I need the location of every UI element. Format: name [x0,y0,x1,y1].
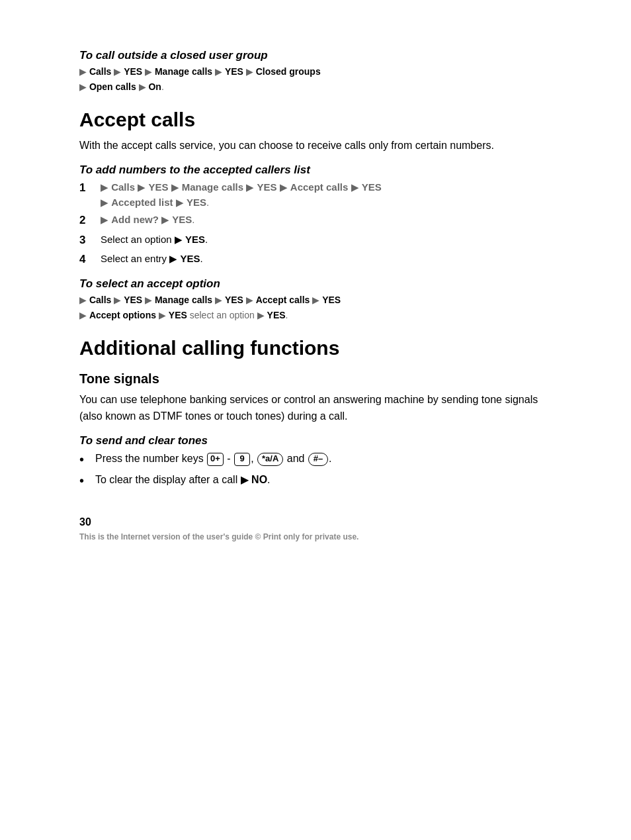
key-hash: #– [308,453,328,466]
closed-user-group-nav1: ▶ Calls ▶ YES ▶ Manage calls ▶ YES ▶ Clo… [79,65,552,79]
step-3-number: 3 [79,232,98,249]
key-star-a: *a/A [257,453,283,466]
step-1-text: ▶ Calls ▶ YES ▶ Manage calls ▶ YES ▶ Acc… [101,179,382,210]
footer: This is the Internet version of the user… [79,532,552,541]
select-accept-option-section: To select an accept option ▶ Calls ▶ YES… [79,277,552,322]
tones-bullets: • Press the number keys 0+ - 9, *a/A and… [79,450,552,490]
tone-signals-section: Tone signals You can use telephone banki… [79,371,552,425]
accept-calls-heading: Accept calls [79,109,552,131]
select-accept-nav1: ▶ Calls ▶ YES ▶ Manage calls ▶ YES ▶ Acc… [79,293,552,307]
step-3: 3 Select an option ▶ YES. [79,232,552,249]
accept-calls-section: Accept calls With the accept calls servi… [79,109,552,154]
select-accept-nav2: ▶ Accept options ▶ YES select an option … [79,308,552,322]
tone-signals-subheading: Tone signals [79,371,552,387]
tone-signals-body: You can use telephone banking services o… [79,392,552,425]
add-numbers-section: To add numbers to the accepted callers l… [79,163,552,269]
add-numbers-title: To add numbers to the accepted callers l… [79,163,552,177]
bullet-press-keys-text: Press the number keys 0+ - 9, *a/A and #… [95,450,331,467]
closed-user-group-section: To call outside a closed user group ▶ Ca… [79,49,552,94]
closed-user-group-nav2: ▶ Open calls ▶ On. [79,80,552,94]
step-2-text: ▶ Add new? ▶ YES. [101,212,194,227]
send-clear-tones-title: To send and clear tones [79,434,552,447]
additional-calling-section: Additional calling functions [79,337,552,359]
bullet-clear-display: • To clear the display after a call ▶ NO… [79,471,552,490]
bullet-press-keys: • Press the number keys 0+ - 9, *a/A and… [79,450,552,469]
key-9: 9 [234,453,250,466]
step-4-text: Select an entry ▶ YES. [101,251,203,266]
select-accept-option-title: To select an accept option [79,277,552,291]
step-1-number: 1 [79,179,98,197]
page-number: 30 [79,516,552,528]
closed-user-group-title: To call outside a closed user group [79,49,552,62]
additional-calling-heading: Additional calling functions [79,337,552,359]
step-3-text: Select an option ▶ YES. [101,232,208,247]
step-2: 2 ▶ Add new? ▶ YES. [79,212,552,229]
step-2-number: 2 [79,212,98,229]
step-1: 1 ▶ Calls ▶ YES ▶ Manage calls ▶ YES ▶ A… [79,179,552,210]
bullet-clear-display-text: To clear the display after a call ▶ NO. [95,471,271,489]
key-0plus: 0+ [207,453,224,466]
add-numbers-steps: 1 ▶ Calls ▶ YES ▶ Manage calls ▶ YES ▶ A… [79,179,552,269]
step-4-number: 4 [79,251,98,268]
bullet-dot-2: • [79,471,93,490]
bullet-dot-1: • [79,450,93,469]
accept-calls-body: With the accept calls service, you can c… [79,138,552,154]
step-4: 4 Select an entry ▶ YES. [79,251,552,268]
send-clear-tones-section: To send and clear tones • Press the numb… [79,434,552,490]
